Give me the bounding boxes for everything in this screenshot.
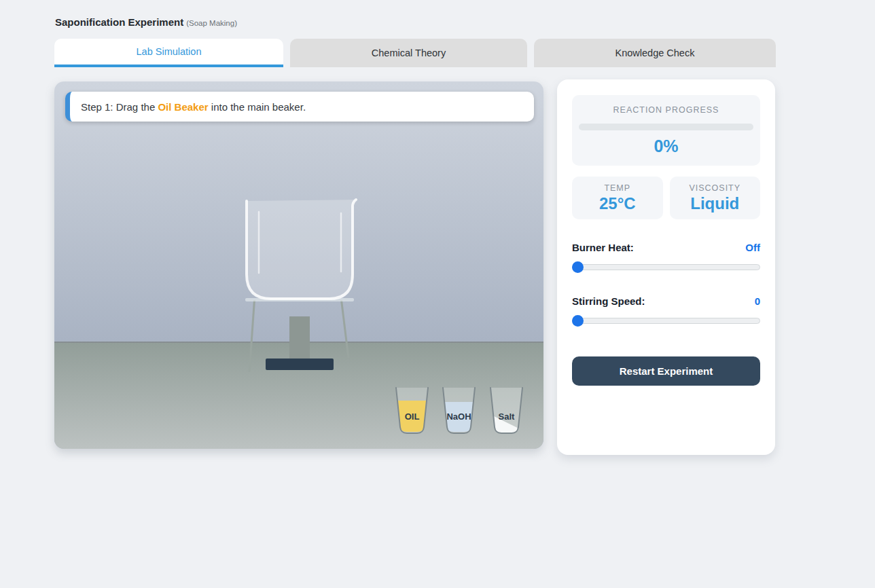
tab-bar: Lab Simulation Chemical Theory Knowledge… <box>54 39 776 67</box>
stirring-speed-value: 0 <box>755 295 760 307</box>
oil-beaker-glass <box>394 386 430 435</box>
tab-knowledge-check[interactable]: Knowledge Check <box>534 39 776 67</box>
temp-label: TEMP <box>575 183 660 193</box>
tab-chemical-theory[interactable]: Chemical Theory <box>290 39 527 67</box>
burner-heat-value: Off <box>745 242 760 253</box>
stirring-speed-control: Stirring Speed: 0 <box>572 295 760 327</box>
temp-value: 25°C <box>575 194 660 213</box>
restart-experiment-button[interactable]: Restart Experiment <box>572 356 760 386</box>
reaction-progress-bar <box>579 124 753 130</box>
burner-heat-label: Burner Heat: <box>572 242 634 253</box>
reaction-progress-label: REACTION PROGRESS <box>579 105 753 115</box>
temp-card: TEMP 25°C <box>572 177 663 219</box>
naoh-beaker[interactable]: NaOH <box>441 386 477 435</box>
burner-body <box>289 316 310 360</box>
reaction-progress-card: REACTION PROGRESS 0% <box>572 95 760 166</box>
viscosity-label: VISCOSITY <box>673 183 758 193</box>
burner-heat-slider-track <box>572 264 760 270</box>
control-sidebar: REACTION PROGRESS 0% TEMP 25°C VISCOSITY… <box>557 79 775 455</box>
main-beaker[interactable] <box>243 197 359 306</box>
stirring-speed-slider[interactable] <box>572 315 760 327</box>
naoh-beaker-glass <box>441 386 477 435</box>
burner-heat-slider[interactable] <box>572 261 760 273</box>
oil-beaker-label: OIL <box>394 411 430 422</box>
step-text-suffix: into the main beaker. <box>209 101 306 113</box>
burner-heat-control: Burner Heat: Off <box>572 242 760 273</box>
salt-beaker[interactable]: Salt <box>488 386 524 435</box>
step-text-highlight: Oil Beaker <box>158 101 208 113</box>
stirring-speed-slider-thumb[interactable] <box>572 315 584 327</box>
stirring-speed-slider-track <box>572 318 760 324</box>
experiment-subtitle: (Soap Making) <box>186 19 237 27</box>
step-text-prefix: Step 1: Drag the <box>81 101 158 113</box>
salt-beaker-label: Salt <box>488 411 524 422</box>
stats-row: TEMP 25°C VISCOSITY Liquid <box>572 177 760 219</box>
experiment-title: Saponification Experiment <box>55 16 183 28</box>
tab-lab-simulation[interactable]: Lab Simulation <box>54 39 283 67</box>
burner-heat-slider-thumb[interactable] <box>572 261 584 273</box>
burner-base <box>266 359 334 370</box>
oil-beaker[interactable]: OIL <box>394 386 430 435</box>
reaction-progress-value: 0% <box>579 136 753 156</box>
naoh-beaker-label: NaOH <box>441 411 477 422</box>
main-beaker-glass <box>243 197 359 306</box>
page-title: Saponification Experiment(Soap Making) <box>55 16 237 28</box>
salt-beaker-glass <box>488 386 524 435</box>
step-instruction-banner: Step 1: Drag the Oil Beaker into the mai… <box>65 92 534 122</box>
viscosity-value: Liquid <box>673 194 758 213</box>
viscosity-card: VISCOSITY Liquid <box>670 177 761 219</box>
lab-simulation-area: OIL NaOH Salt Step 1: Drag the Oil Beake… <box>54 81 543 449</box>
stirring-speed-label: Stirring Speed: <box>572 295 645 307</box>
